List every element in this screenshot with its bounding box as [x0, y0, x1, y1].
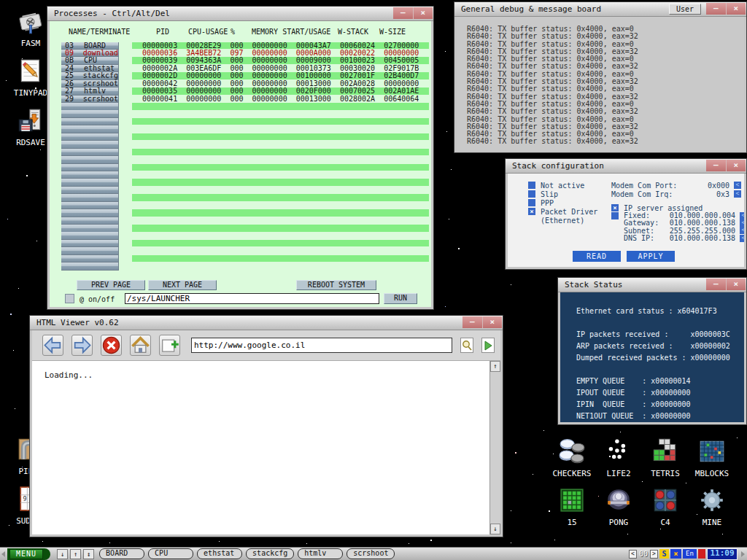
taskbar-task-board[interactable]: BOARD: [99, 548, 144, 559]
arrow-button[interactable]: <: [740, 227, 744, 234]
process-terminate-button[interactable]: [61, 187, 119, 195]
titlebar[interactable]: General debug & message board User – ×: [454, 2, 746, 17]
process-terminate-button[interactable]: [61, 164, 119, 172]
address-bar[interactable]: [191, 338, 452, 353]
read-button[interactable]: READ: [573, 251, 621, 262]
switch-window-button[interactable]: ↕: [83, 549, 94, 559]
minimize-icon[interactable]: –: [706, 279, 726, 290]
arrow-button[interactable]: <: [734, 182, 741, 189]
process-terminate-button[interactable]: [61, 240, 119, 248]
scroll-up-icon[interactable]: ↑: [490, 361, 500, 372]
next-page-button[interactable]: NEXT PAGE: [148, 280, 217, 290]
desktop-next-button[interactable]: >: [650, 550, 658, 559]
taskbar-scroll-left-icon[interactable]: [1, 551, 5, 557]
desktop-prev-button[interactable]: <: [629, 550, 637, 559]
process-terminate-button[interactable]: [61, 209, 119, 217]
back-button[interactable]: [42, 335, 63, 356]
minimize-icon[interactable]: –: [706, 160, 726, 171]
desktop-icon-c4[interactable]: C4: [651, 486, 679, 527]
new-page-button[interactable]: [159, 335, 180, 356]
prev-page-button[interactable]: PREV PAGE: [77, 280, 145, 290]
taskbar-task-cpu[interactable]: CPU: [148, 548, 193, 559]
close-icon[interactable]: ×: [482, 316, 503, 328]
onoff-checkbox[interactable]: [65, 294, 74, 303]
scrollbar[interactable]: ↑ ↓: [489, 361, 500, 534]
arrow-button[interactable]: <: [740, 235, 744, 242]
taskbar-task-ethstat[interactable]: ethstat: [197, 548, 242, 559]
taskbar-scroll-right-icon[interactable]: [741, 551, 745, 557]
process-terminate-button[interactable]: [61, 217, 119, 225]
scroll-down-icon[interactable]: ↓: [490, 524, 500, 534]
close-icon[interactable]: ×: [726, 279, 746, 290]
go-button[interactable]: [481, 338, 495, 353]
clock[interactable]: 11:09: [707, 548, 738, 560]
close-icon[interactable]: ×: [413, 7, 433, 19]
checkbox[interactable]: [528, 199, 535, 206]
desktop-icon-15[interactable]: 15: [558, 486, 586, 527]
forward-button[interactable]: [71, 335, 93, 356]
desktop-icon-tetris[interactable]: TETRIS: [651, 438, 680, 478]
process-terminate-button[interactable]: [61, 103, 119, 111]
keyboard-layout-icon[interactable]: En: [683, 549, 697, 559]
close-icon[interactable]: ×: [726, 3, 746, 15]
checkbox[interactable]: ×: [528, 208, 535, 215]
process-row: [61, 141, 428, 148]
process-terminate-button[interactable]: [61, 232, 119, 240]
minimize-icon[interactable]: –: [462, 316, 482, 328]
process-terminate-button[interactable]: [61, 125, 119, 133]
process-terminate-button[interactable]: [61, 118, 119, 126]
process-terminate-button[interactable]: [61, 156, 119, 164]
close-icon[interactable]: ×: [726, 160, 746, 171]
checkbox[interactable]: [528, 182, 535, 189]
search-button[interactable]: [460, 338, 473, 353]
checkbox[interactable]: ×: [611, 204, 619, 211]
desktop-icon-mine[interactable]: MINE: [698, 486, 726, 527]
titlebar[interactable]: HTML Viewer v0.62 – ×: [30, 316, 503, 330]
process-terminate-button[interactable]: [61, 255, 119, 263]
restore-all-button[interactable]: ↑: [70, 549, 81, 559]
process-terminate-button[interactable]: [61, 247, 119, 255]
taskbar-task-htmlv[interactable]: htmlv: [298, 548, 343, 559]
user-button[interactable]: User: [669, 4, 701, 15]
reboot-system-button[interactable]: REBOOT SYSTEM: [296, 280, 376, 290]
desktop-icon-checkers[interactable]: CHECKERS: [553, 438, 592, 478]
taskbar-task-stackcfg[interactable]: stackcfg: [246, 548, 294, 559]
process-terminate-button[interactable]: [61, 202, 119, 210]
desktop-icon-pong[interactable]: PONG: [605, 486, 632, 527]
status-tray-icon[interactable]: [698, 549, 705, 559]
apply-button[interactable]: APPLY: [627, 251, 675, 262]
stop-button[interactable]: [101, 335, 122, 356]
process-terminate-button[interactable]: [61, 262, 119, 271]
sound-tray-icon[interactable]: S: [659, 549, 669, 559]
arrow-button[interactable]: <: [740, 212, 744, 219]
titlebar[interactable]: Stack configuration – ×: [506, 159, 746, 174]
taskbar-task-scrshoot[interactable]: scrshoot: [347, 548, 395, 559]
stack-status-window: Stack Status – × Ethernet card status : …: [557, 277, 747, 425]
checkbox[interactable]: [611, 212, 619, 219]
arrow-button[interactable]: <: [734, 190, 741, 198]
desktop-icon-mblocks[interactable]: MBLOCKS: [695, 438, 729, 478]
minimize-all-button[interactable]: ↓: [57, 549, 68, 559]
run-path-input[interactable]: [125, 293, 379, 304]
onoff-label: @ on/off: [80, 295, 115, 303]
run-button[interactable]: RUN: [384, 293, 417, 304]
process-terminate-button[interactable]: [61, 171, 119, 179]
process-terminate-button[interactable]: [61, 149, 119, 157]
checkbox[interactable]: [528, 190, 535, 198]
minimize-icon[interactable]: –: [706, 3, 726, 15]
process-terminate-button[interactable]: [61, 133, 119, 141]
process-terminate-button[interactable]: [61, 179, 119, 187]
titlebar[interactable]: Processes - Ctrl/Alt/Del – ×: [47, 7, 433, 21]
butterfly-tray-icon[interactable]: ×: [670, 549, 681, 559]
process-terminate-button[interactable]: [61, 110, 119, 118]
titlebar[interactable]: Stack Status – ×: [558, 278, 746, 292]
process-terminate-button[interactable]: [61, 141, 119, 149]
process-terminate-button[interactable]: 29scrshoot: [61, 96, 119, 104]
process-terminate-button[interactable]: [61, 194, 119, 202]
menu-button[interactable]: MENU: [9, 549, 43, 559]
arrow-button[interactable]: <: [740, 219, 744, 227]
minimize-icon[interactable]: –: [393, 7, 413, 19]
desktop-icon-life2[interactable]: LIFE2: [605, 438, 632, 478]
home-button[interactable]: [130, 335, 151, 356]
process-terminate-button[interactable]: [61, 225, 119, 233]
